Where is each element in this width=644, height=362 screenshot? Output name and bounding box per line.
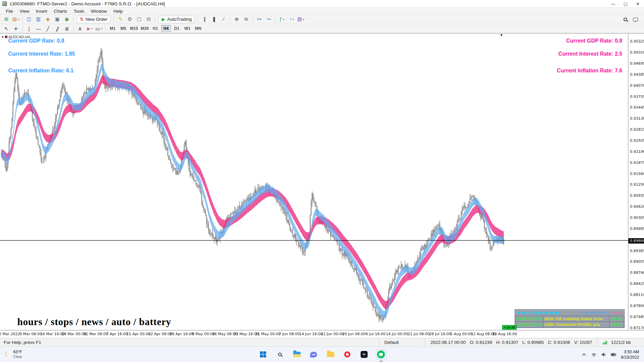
candlestick-chart-button[interactable]: ❚ xyxy=(210,15,218,23)
inflation-rate-right: Current Inflation Rate: 7.6 xyxy=(557,68,622,74)
data-window-icon: ▥ xyxy=(36,17,41,22)
chart-mini-icon xyxy=(5,36,7,38)
minimize-button[interactable]: — xyxy=(607,0,620,7)
wifi-icon[interactable] xyxy=(591,352,596,357)
time-tick: 7 Jun 08:00 xyxy=(279,332,300,336)
options-button[interactable]: ⚙ xyxy=(125,15,134,23)
new-order-button[interactable]: ⇅New Order xyxy=(76,15,111,23)
price-tick: 0.94695 xyxy=(630,61,644,65)
green-app-button[interactable] xyxy=(375,349,387,360)
opera-button[interactable] xyxy=(341,349,353,360)
hidden-icons-chevron-icon[interactable] xyxy=(581,352,587,357)
menu-file[interactable]: File xyxy=(2,8,16,14)
timeframe-mn[interactable]: MN xyxy=(193,25,203,32)
time-tick: 22 Jun 00:00 xyxy=(321,332,344,336)
chevron-down-icon: ▾ xyxy=(18,18,19,21)
fast-ma-ribbon xyxy=(1,63,504,318)
new-chart-button[interactable]: ⊞ xyxy=(2,15,11,23)
menu-insert[interactable]: Insert xyxy=(33,8,50,14)
arrows-button[interactable]: ➤▾ xyxy=(85,24,94,32)
time-axis[interactable]: 2 Mar 20229 Mar 08:0016 Mar 16:0024 Mar … xyxy=(0,330,644,338)
timeframe-h1[interactable]: H1 xyxy=(150,25,160,32)
text-button[interactable]: A xyxy=(75,24,84,32)
zoom-in-button[interactable]: ⊕ xyxy=(232,15,241,23)
strategy-tester-button[interactable]: ◉ xyxy=(62,15,71,23)
search-icon[interactable] xyxy=(624,17,627,21)
timeframe-m5[interactable]: M5 xyxy=(118,25,128,32)
menu-tools[interactable]: Tools xyxy=(70,8,88,14)
interest-rate-right: Current Interest Rate: 2.5 xyxy=(558,51,622,57)
timeframe-d1[interactable]: D1 xyxy=(172,25,181,32)
line-chart-button[interactable]: ∕ xyxy=(219,15,228,23)
market-watch-button[interactable]: ◫ xyxy=(25,15,34,23)
volume-icon[interactable] xyxy=(601,352,606,357)
print-button[interactable]: ⊟ xyxy=(145,15,153,23)
time-tick: 29 Jun 08:00 xyxy=(342,332,366,336)
periods-button[interactable]: ◔▾ xyxy=(287,15,296,23)
vertical-line-button[interactable]: ∣ xyxy=(25,24,34,32)
timeframe-m1[interactable]: M1 xyxy=(108,25,117,32)
folder-button[interactable] xyxy=(325,349,336,360)
trendline-button[interactable]: ╱ xyxy=(44,24,52,32)
candlestick-chart xyxy=(0,34,628,330)
channel-button[interactable]: ∥ xyxy=(53,24,62,32)
chart-area: ▾ AUDCAD,H4 ▼ Current GDP Rate: 0.8 Curr… xyxy=(0,33,644,338)
indicators-button[interactable]: ƒ▾ xyxy=(278,15,286,23)
fibonacci-button[interactable]: ≣ xyxy=(62,24,71,32)
timeframe-m15[interactable]: M15 xyxy=(129,25,139,32)
profile-cell[interactable]: Default xyxy=(379,338,425,346)
menu-help[interactable]: Help xyxy=(110,8,126,14)
toolbar-separator xyxy=(114,16,114,22)
chart-plot[interactable]: ▾ AUDCAD,H4 ▼ Current GDP Rate: 0.8 Curr… xyxy=(0,34,628,330)
weather-widget[interactable]: ☾ 63°F Clear xyxy=(0,350,22,359)
time-tick: 5 Aug 00:00 xyxy=(450,332,473,336)
menu-window[interactable]: Window xyxy=(88,8,110,14)
timeframe-h4[interactable]: H4 xyxy=(161,25,171,32)
auto-scroll-button[interactable]: ↦ xyxy=(255,15,264,23)
metaeditor-button[interactable]: ✎ xyxy=(116,15,125,23)
terminal-button[interactable]: ▣ xyxy=(53,15,62,23)
price-tick: 0.87170 xyxy=(630,326,644,330)
horizontal-line-button[interactable]: ― xyxy=(34,24,43,32)
shapes-button[interactable]: ▭▾ xyxy=(95,24,103,32)
close-button[interactable]: ✕ xyxy=(632,0,644,7)
autotrading-button[interactable]: ▶AutoTrading xyxy=(158,15,195,23)
chat-button[interactable] xyxy=(308,349,319,360)
collapse-icon[interactable]: ▾ xyxy=(2,35,4,39)
chevron-down-icon: ▾ xyxy=(101,27,102,30)
trendline-icon: ╱ xyxy=(46,26,49,31)
chat-bubble-icon xyxy=(310,352,317,357)
price-axis[interactable]: 0.953250.950100.946950.943850.940700.937… xyxy=(628,34,644,330)
bar-chart-button[interactable]: ∥ xyxy=(200,15,209,23)
time-tick: 6 Jul 16:00 xyxy=(366,332,385,336)
profiles-button[interactable]: ▤▾ xyxy=(11,15,20,23)
bar-open: O: 0.91239 xyxy=(470,340,492,345)
data-window-button[interactable]: ▥ xyxy=(34,15,43,23)
zoom-out-button[interactable]: ⊖ xyxy=(242,15,251,23)
price-tick: 0.92190 xyxy=(630,149,644,154)
menu-charts[interactable]: Charts xyxy=(51,8,70,14)
timeframe-m30[interactable]: M30 xyxy=(140,25,150,32)
feedback-bubble-icon[interactable] xyxy=(633,17,638,21)
pointer-button[interactable]: ↖ xyxy=(2,24,11,32)
opera-icon xyxy=(344,351,350,357)
restore-button[interactable]: ▢ xyxy=(619,0,632,7)
profiles-icon: ▤ xyxy=(12,17,17,22)
navigator-button[interactable]: ◈ xyxy=(44,15,52,23)
menu-view[interactable]: View xyxy=(16,8,33,14)
chart-shift-button[interactable]: ↪ xyxy=(264,15,273,23)
crosshair-button[interactable]: ✛ xyxy=(11,24,20,32)
fullscreen-button[interactable]: ▢ xyxy=(135,15,144,23)
battery-icon[interactable] xyxy=(610,352,616,357)
templates-button[interactable]: ▧▾ xyxy=(297,15,305,23)
news-panel-header: ◆ Next 2 Forex News Copyrights DaVinci F… xyxy=(515,309,624,315)
start-button[interactable] xyxy=(257,349,269,360)
clock[interactable]: 3:50 AM 8/23/2022 xyxy=(621,349,639,360)
inflation-rate-left: Current Inflation Rate: 6.1 xyxy=(8,68,74,74)
tv-app-button[interactable]: tv xyxy=(358,349,370,360)
timeframe-w1[interactable]: W1 xyxy=(182,25,192,32)
mt4-window: 1300308680: FTMO-Server2 - Demo Account … xyxy=(0,0,644,362)
taskbar: ☾ 63°F Clear tv 3:50 AM 8/23/2022 xyxy=(0,347,644,362)
search-button[interactable] xyxy=(274,349,285,360)
file-explorer-button[interactable] xyxy=(291,349,302,360)
